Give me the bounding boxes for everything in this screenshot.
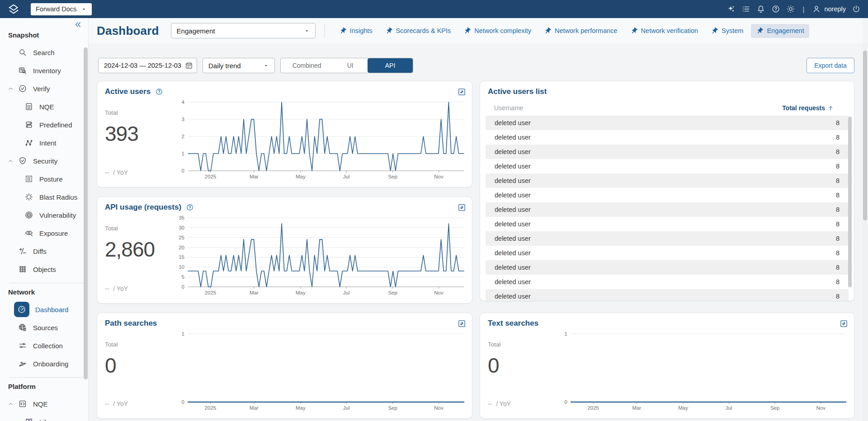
sidebar-item-intent[interactable]: Intent <box>0 134 88 152</box>
table-row[interactable]: deleted user8 <box>486 217 849 231</box>
caret-down-icon <box>263 63 269 69</box>
sidebar-item-predefined[interactable]: Predefined <box>0 116 88 134</box>
expand-card-icon[interactable] <box>458 88 466 96</box>
svg-text:5: 5 <box>182 274 184 280</box>
table-row[interactable]: deleted user8 <box>486 116 849 130</box>
date-range-value: 2024-12-03 — 2025-12-03 <box>104 62 181 69</box>
expand-card-icon[interactable] <box>458 203 466 212</box>
table-row[interactable]: deleted user8 <box>486 188 849 202</box>
username-cell: deleted user <box>495 278 531 285</box>
brightness-icon[interactable] <box>786 5 795 14</box>
product-switcher-button[interactable]: Forward Docs <box>31 3 92 15</box>
sidebar-item-label: Collection <box>33 342 63 350</box>
sidebar-section-network: Network <box>0 287 88 298</box>
tab-network-performance[interactable]: Network performance <box>539 24 623 38</box>
sidebar-item-label: NQE <box>39 103 54 111</box>
calendar-icon <box>185 61 193 70</box>
collapse-sidebar-button[interactable] <box>74 20 82 29</box>
sidebar-item-label: Intent <box>39 139 57 147</box>
table-row[interactable]: deleted user8 <box>486 246 849 260</box>
sidebar-item-search[interactable]: Search <box>0 43 88 61</box>
help-icon[interactable] <box>186 203 194 211</box>
svg-text:1: 1 <box>182 331 184 337</box>
svg-text:Jul: Jul <box>343 405 350 411</box>
sidebar-item-inventory[interactable]: Inventory <box>0 61 88 80</box>
table-row[interactable]: deleted user8 <box>486 260 849 275</box>
total-requests-column-header[interactable]: Total requests <box>782 104 834 112</box>
ai-sparkle-icon[interactable] <box>726 5 736 14</box>
dashboard-select-value: Engagement <box>177 27 215 35</box>
chevron-up-icon[interactable] <box>7 85 14 92</box>
tab-insights[interactable]: Insights <box>334 24 377 38</box>
svg-text:Nov: Nov <box>434 290 443 295</box>
sidebar-item-blast-radius[interactable]: Blast Radius <box>0 188 88 206</box>
yoy-label: / YoY <box>113 400 128 407</box>
sidebar-item-exposure[interactable]: Exposure <box>0 224 88 242</box>
sidebar-item-nqe[interactable]: NQE <box>0 395 88 413</box>
sidebar-item-diffs[interactable]: Diffs <box>0 242 88 260</box>
svg-text:May: May <box>296 290 306 295</box>
sidebar-item-library[interactable]: Library <box>0 413 88 421</box>
expand-card-icon[interactable] <box>458 319 466 328</box>
svg-text:30: 30 <box>179 225 184 230</box>
svg-text:Sep: Sep <box>388 405 397 411</box>
list-icon[interactable] <box>741 5 750 14</box>
sidebar-item-objects[interactable]: Objects <box>0 260 88 278</box>
power-icon[interactable] <box>852 5 861 14</box>
sidebar-item-label: NQE <box>33 400 48 408</box>
expand-card-icon[interactable] <box>840 319 848 328</box>
segment-combined[interactable]: Combined <box>281 58 333 73</box>
svg-text:Nov: Nov <box>434 174 443 179</box>
tab-network-verification[interactable]: Network verification <box>625 24 703 38</box>
sidebar-item-dashboard[interactable]: Dashboard <box>0 300 88 318</box>
table-row[interactable]: deleted user8 <box>486 130 849 145</box>
table-row[interactable]: deleted user8 <box>486 159 849 173</box>
list-scrollbar-thumb[interactable] <box>848 117 852 287</box>
svg-text:May: May <box>296 405 306 411</box>
date-range-input[interactable]: 2024-12-03 — 2025-12-03 <box>98 58 197 73</box>
sidebar-item-onboarding[interactable]: Onboarding <box>0 355 88 373</box>
total-stat: Total 0 <box>488 341 556 378</box>
segment-ui[interactable]: UI <box>333 58 368 73</box>
tab-scorecards-kpis[interactable]: Scorecards & KPIs <box>380 24 456 38</box>
table-row[interactable]: deleted user8 <box>486 289 849 301</box>
table-row[interactable]: deleted user8 <box>486 173 849 188</box>
sidebar-item-verify[interactable]: Verify <box>0 80 88 98</box>
sidebar-item-sources[interactable]: Sources <box>0 318 88 337</box>
sidebar-item-label: Search <box>33 49 55 56</box>
chevron-up-icon[interactable] <box>7 401 14 407</box>
sidebar-item-vulnerability[interactable]: Vulnerability <box>0 206 88 224</box>
tab-network-complexity[interactable]: Network complexity <box>458 24 536 38</box>
posture-icon <box>24 174 33 183</box>
main-scrollbar-thumb[interactable] <box>863 51 867 220</box>
segment-api[interactable]: API <box>368 58 413 73</box>
trend-select[interactable]: Daily trend <box>203 58 275 73</box>
user-menu[interactable]: noreply <box>812 5 846 14</box>
diffs-icon <box>18 247 27 256</box>
sidebar-scrollbar-thumb[interactable] <box>84 47 88 379</box>
tab-engagement[interactable]: Engagement <box>751 24 809 38</box>
yoy-stat: -- / YoY <box>105 169 128 176</box>
sidebar-item-collection[interactable]: Collection <box>0 337 88 355</box>
dashboard-select[interactable]: Engagement <box>171 23 316 38</box>
table-row[interactable]: deleted user8 <box>486 275 849 289</box>
main-scrollbar-track[interactable] <box>863 43 868 421</box>
sidebar-item-label: Sources <box>33 324 58 332</box>
tab-system[interactable]: System <box>706 24 748 38</box>
username-column-header[interactable]: Username <box>494 104 524 112</box>
sidebar-item-posture[interactable]: Posture <box>0 170 88 188</box>
svg-text:2: 2 <box>182 134 184 139</box>
yoy-value: -- <box>105 285 109 292</box>
tab-label: Scorecards & KPIs <box>396 27 451 34</box>
chevron-up-icon[interactable] <box>7 158 14 164</box>
help-icon[interactable] <box>155 88 163 96</box>
help-icon[interactable] <box>771 5 780 14</box>
username-cell: deleted user <box>495 148 531 155</box>
export-data-button[interactable]: Export data <box>807 58 854 73</box>
table-row[interactable]: deleted user8 <box>486 202 849 217</box>
table-row[interactable]: deleted user8 <box>486 231 849 246</box>
notifications-icon[interactable] <box>756 5 765 14</box>
table-row[interactable]: deleted user8 <box>486 145 849 159</box>
sidebar-item-nqe[interactable]: NQE <box>0 98 88 116</box>
sidebar-item-security[interactable]: Security <box>0 152 88 170</box>
